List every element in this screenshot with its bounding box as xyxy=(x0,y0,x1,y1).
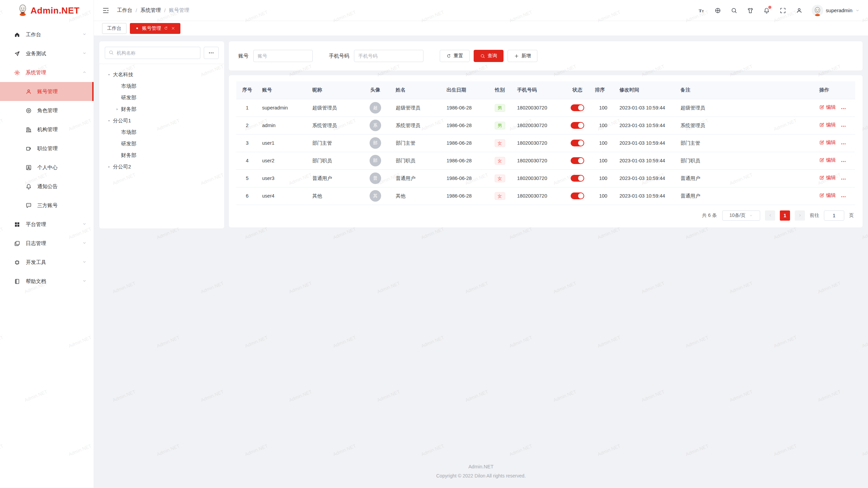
svg-text:T: T xyxy=(698,8,702,13)
sidebar-subitem-1[interactable]: 角色管理 xyxy=(0,101,94,120)
tree-node-3[interactable]: 财务部 xyxy=(102,103,221,115)
sidebar-subitem-0[interactable]: 账号管理 xyxy=(0,82,94,101)
sidebar-item-5[interactable]: 开发工具 xyxy=(0,253,94,272)
user-icon[interactable] xyxy=(795,7,803,14)
refresh-icon[interactable] xyxy=(164,26,168,30)
book-icon xyxy=(13,277,21,285)
status-toggle[interactable] xyxy=(571,192,584,199)
account-input[interactable] xyxy=(253,50,313,62)
menu-fold-icon[interactable] xyxy=(102,6,111,15)
cell-gender: 女 xyxy=(487,134,513,152)
org-search-input[interactable] xyxy=(117,50,197,56)
more-actions-button[interactable] xyxy=(841,106,846,111)
cell-birthday: 1986-06-28 xyxy=(442,99,487,117)
cell-account: admin xyxy=(258,117,308,134)
status-toggle[interactable] xyxy=(571,140,584,146)
app-logo[interactable]: Admin.NET xyxy=(0,0,94,21)
avatar: 系 xyxy=(370,120,381,131)
tree-node-4[interactable]: 分公司1 xyxy=(102,115,221,126)
edit-button[interactable]: 编辑 xyxy=(819,139,836,146)
tree-node-label: 财务部 xyxy=(121,152,136,159)
query-button[interactable]: 查询 xyxy=(474,50,504,62)
add-button[interactable]: 新增 xyxy=(508,50,537,62)
cell-name: 部门职员 xyxy=(392,152,442,169)
reset-button[interactable]: 重置 xyxy=(440,50,470,62)
next-page-button[interactable] xyxy=(795,210,805,221)
sidebar-subitem-6[interactable]: 三方账号 xyxy=(0,196,94,215)
table-row-0: 1superadmin超级管理员超超级管理员1986-06-28男1802003… xyxy=(236,99,855,117)
prev-page-button[interactable] xyxy=(765,210,775,221)
caret-right-icon[interactable] xyxy=(113,105,121,113)
tree-node-0[interactable]: 大名科技 xyxy=(102,69,221,80)
tree-node-8[interactable]: 分公司2 xyxy=(102,161,221,172)
phone-label: 手机号码 xyxy=(329,53,349,59)
breadcrumb-item-1[interactable]: 系统管理 xyxy=(140,7,161,14)
sidebar-subitem-4[interactable]: 个人中心 xyxy=(0,158,94,177)
cell-status xyxy=(564,117,591,134)
edit-icon xyxy=(819,105,824,110)
tab-1[interactable]: 账号管理 xyxy=(130,23,180,34)
cell-account: user3 xyxy=(258,169,308,187)
cell-order: 100 xyxy=(591,134,615,152)
tree-more-button[interactable] xyxy=(204,47,219,59)
query-button-label: 查询 xyxy=(488,53,497,59)
edit-button[interactable]: 编辑 xyxy=(819,175,836,181)
more-actions-button[interactable] xyxy=(841,141,846,147)
sidebar-subitem-2[interactable]: 机构管理 xyxy=(0,120,94,139)
tree-node-6[interactable]: 研发部 xyxy=(102,138,221,149)
phone-input[interactable] xyxy=(354,50,423,62)
chevron-down-icon xyxy=(82,32,87,38)
more-actions-button[interactable] xyxy=(841,176,846,182)
more-actions-button[interactable] xyxy=(841,194,846,200)
column-header-6: 性别 xyxy=(487,81,513,99)
fullscreen-icon[interactable] xyxy=(779,7,787,14)
status-toggle[interactable] xyxy=(571,175,584,182)
caret-down-icon[interactable] xyxy=(105,117,113,125)
status-toggle[interactable] xyxy=(571,104,584,111)
notification-icon[interactable] xyxy=(763,7,770,14)
page-size-select[interactable]: 10条/页 xyxy=(722,210,760,221)
status-toggle[interactable] xyxy=(571,122,584,129)
cell-account: user2 xyxy=(258,152,308,169)
tree-node-7[interactable]: 财务部 xyxy=(102,149,221,161)
close-icon[interactable] xyxy=(171,26,175,30)
page-number-1[interactable]: 1 xyxy=(780,210,790,221)
chevron-down-icon xyxy=(82,279,87,284)
more-actions-button[interactable] xyxy=(841,123,846,129)
tab-0[interactable]: 工作台 xyxy=(102,23,126,34)
org-search-box[interactable] xyxy=(105,47,200,59)
sidebar-item-3[interactable]: 平台管理 xyxy=(0,215,94,234)
send-icon xyxy=(13,49,21,58)
cell-birthday: 1986-06-28 xyxy=(442,117,487,134)
tree-node-2[interactable]: 研发部 xyxy=(102,92,221,103)
tree-node-1[interactable]: 市场部 xyxy=(102,80,221,92)
user-menu[interactable]: superadmin xyxy=(812,5,860,16)
sidebar-item-4[interactable]: 日志管理 xyxy=(0,234,94,253)
edit-button[interactable]: 编辑 xyxy=(819,157,836,163)
profile-icon xyxy=(24,163,33,171)
theme-icon[interactable] xyxy=(747,7,754,14)
sidebar-subitem-5[interactable]: 通知公告 xyxy=(0,177,94,196)
cell-order: 100 xyxy=(591,169,615,187)
refresh-icon xyxy=(446,54,451,59)
status-toggle[interactable] xyxy=(571,157,584,164)
font-size-icon[interactable]: TT xyxy=(698,7,705,14)
caret-right-icon[interactable] xyxy=(105,163,113,171)
search-icon[interactable] xyxy=(730,7,738,14)
sidebar-subitem-3[interactable]: 职位管理 xyxy=(0,139,94,158)
pagination-total: 共 6 条 xyxy=(702,212,717,219)
edit-button[interactable]: 编辑 xyxy=(819,122,836,128)
edit-button[interactable]: 编辑 xyxy=(819,192,836,199)
sidebar-item-0[interactable]: 工作台 xyxy=(0,25,94,44)
sidebar-item-6[interactable]: 帮助文档 xyxy=(0,272,94,291)
breadcrumb-item-0[interactable]: 工作台 xyxy=(117,7,132,14)
language-icon[interactable] xyxy=(714,7,722,14)
tree-node-5[interactable]: 市场部 xyxy=(102,126,221,138)
cell-status xyxy=(564,169,591,187)
more-actions-button[interactable] xyxy=(841,159,846,164)
edit-button[interactable]: 编辑 xyxy=(819,104,836,110)
sidebar-item-1[interactable]: 业务测试 xyxy=(0,44,94,63)
sidebar-item-2[interactable]: 系统管理 xyxy=(0,63,94,82)
caret-down-icon[interactable] xyxy=(105,70,113,79)
goto-page-input[interactable] xyxy=(824,210,844,221)
